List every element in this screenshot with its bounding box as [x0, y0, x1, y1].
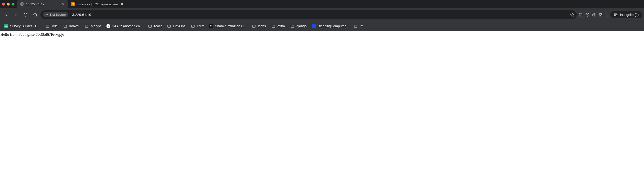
- bookmark-label: laravel: [69, 24, 79, 28]
- tab-separator: [128, 2, 129, 6]
- bookmark-item[interactable]: Mongo: [82, 23, 104, 30]
- bookmark-label: Survey Builder - C...: [10, 24, 40, 28]
- tab-title: 13.229.61.19: [26, 3, 60, 6]
- bookmark-item[interactable]: icons: [249, 23, 268, 30]
- bookmark-label: extra: [278, 24, 285, 28]
- window-minimize-button[interactable]: [7, 3, 10, 6]
- home-button[interactable]: [31, 10, 40, 19]
- folder-icon: [46, 24, 50, 28]
- aws-icon: [71, 2, 75, 6]
- bookmark-label: react: [154, 24, 162, 28]
- page-body: Hello from Pod nginx-5869bd67f6-kqpj6: [0, 31, 644, 38]
- extensions-puzzle-icon[interactable]: [598, 12, 604, 18]
- svg-point-12: [616, 15, 617, 16]
- globe-icon: [20, 2, 24, 6]
- svg-marker-4: [570, 13, 574, 16]
- bookmark-label: DevOps: [173, 24, 186, 28]
- bookmark-label: Mongo: [91, 24, 101, 28]
- security-label: Not Secure: [50, 13, 66, 16]
- svg-text:G: G: [580, 14, 582, 16]
- bookmark-label: BleepingComputer...: [318, 24, 348, 28]
- bookmark-label: linux: [197, 24, 204, 28]
- folder-icon: [290, 24, 294, 28]
- extension-icon[interactable]: G: [578, 12, 584, 18]
- folder-icon: [252, 24, 256, 28]
- folder-icon: [354, 24, 358, 28]
- new-tab-button[interactable]: +: [131, 2, 138, 6]
- bookmark-item[interactable]: Shamir Imtiaz on C...: [207, 23, 249, 29]
- svg-text:W: W: [587, 14, 588, 16]
- back-button[interactable]: [2, 10, 10, 19]
- bookmark-item[interactable]: react: [146, 23, 164, 30]
- favicon-icon: ó: [106, 24, 110, 28]
- folder-icon: [271, 24, 276, 28]
- tab-close-icon[interactable]: ✕: [62, 3, 65, 6]
- address-bar[interactable]: Not Secure 13.229.61.19: [40, 10, 577, 19]
- favicon-icon: [312, 24, 316, 28]
- bookmark-label: YAAC: Another Aw...: [112, 24, 142, 28]
- bookmark-item[interactable]: django: [288, 23, 309, 30]
- bookmark-label: django: [296, 24, 306, 28]
- bookmark-item[interactable]: DevOps: [164, 23, 188, 30]
- incognito-indicator[interactable]: Incognito (2): [610, 11, 642, 18]
- incognito-icon: [614, 13, 618, 17]
- bookmark-item[interactable]: sJSSurvey Builder - C...: [2, 23, 43, 29]
- bookmark-label: icons: [258, 24, 266, 28]
- folder-icon: [191, 24, 195, 28]
- svg-rect-1: [72, 3, 74, 5]
- svg-point-11: [614, 15, 616, 16]
- reload-button[interactable]: [21, 10, 30, 19]
- extension-icon[interactable]: W: [584, 12, 590, 18]
- camera-icon[interactable]: [591, 12, 597, 18]
- favicon-icon: [209, 24, 213, 28]
- favicon-icon: sJS: [4, 24, 8, 28]
- bookmark-item[interactable]: Vue: [43, 23, 60, 30]
- toolbar-divider: [606, 12, 606, 18]
- incognito-label: Incognito (2): [620, 13, 639, 17]
- bookmarks-bar: sJSSurvey Builder - C...VuelaravelMongoó…: [0, 21, 644, 31]
- bookmark-item[interactable]: laravel: [61, 23, 82, 30]
- forward-button[interactable]: [12, 10, 20, 19]
- bookmark-item[interactable]: linux: [188, 23, 206, 30]
- warning-icon: [45, 13, 49, 16]
- bookmark-label: Vue: [52, 24, 58, 28]
- security-chip[interactable]: Not Secure: [43, 12, 68, 17]
- bookmark-item[interactable]: óYAAC: Another Aw...: [104, 23, 145, 29]
- window-maximize-button[interactable]: [12, 3, 14, 6]
- window-controls: [2, 3, 14, 6]
- bookmark-label: Shamir Imtiaz on C...: [215, 24, 246, 28]
- body-text: Hello from Pod nginx-5869bd67f6-kqpj6: [0, 32, 64, 36]
- browser-tab-ec2[interactable]: Instances | EC2 | ap-southeas ✕: [68, 0, 127, 8]
- folder-icon: [148, 24, 152, 28]
- bookmark-item[interactable]: int: [351, 23, 366, 30]
- svg-rect-9: [592, 14, 596, 16]
- tab-title: Instances | EC2 | ap-southeas: [76, 3, 118, 6]
- browser-tab-active[interactable]: 13.229.61.19 ✕: [17, 0, 68, 8]
- bookmark-item[interactable]: extra: [269, 23, 287, 30]
- tab-close-icon[interactable]: ✕: [120, 3, 124, 6]
- svg-point-3: [47, 15, 47, 16]
- bookmark-star-icon[interactable]: [570, 13, 574, 17]
- folder-icon: [167, 24, 171, 28]
- svg-point-10: [594, 14, 595, 16]
- window-close-button[interactable]: [2, 3, 5, 6]
- folder-icon: [63, 24, 68, 28]
- bookmark-label: int: [360, 24, 364, 28]
- folder-icon: [84, 24, 89, 28]
- bookmark-item[interactable]: BleepingComputer...: [310, 23, 351, 29]
- url-text: 13.229.61.19: [70, 13, 568, 17]
